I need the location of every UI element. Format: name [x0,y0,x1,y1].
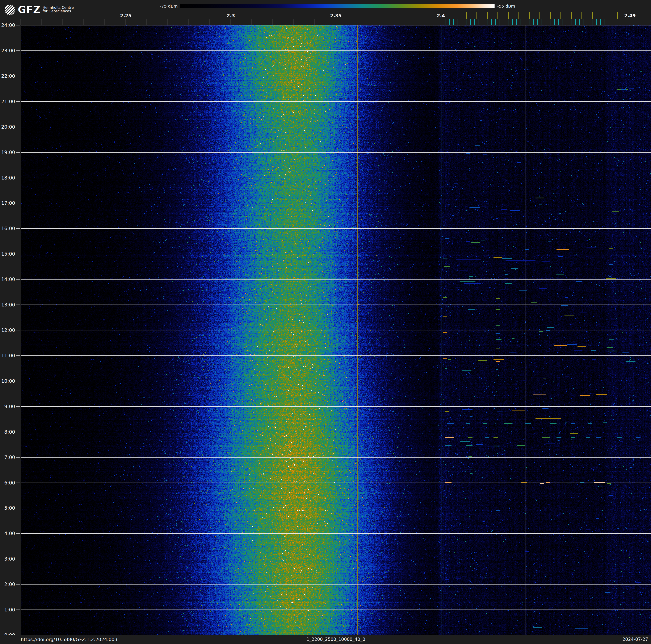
time-label: 2:00 [0,581,15,587]
freq-tick [84,19,84,25]
ble-channel-tick [462,19,462,25]
ble-channel-tick [470,19,471,25]
ble-channel-tick [588,19,588,25]
ble-channel-tick [529,19,529,25]
freq-tick [630,19,630,25]
hour-gridline [21,457,651,458]
ble-channel-tick [517,19,517,25]
freq-tick [126,19,126,25]
hour-tick [16,482,20,483]
hour-gridline [21,127,651,127]
ble-channel-tick [592,19,592,25]
time-label: 13:00 [0,302,15,308]
ble-channel-tick [567,19,567,25]
hour-gridline [21,279,651,280]
time-label: 22:00 [0,73,15,79]
time-label: 10:00 [0,378,15,384]
freq-tick [230,19,231,25]
hour-gridline [21,304,651,305]
logo: GFZ Helmholtz Centre for Geosciences [4,4,74,16]
hour-gridline [21,254,651,254]
hour-gridline [21,25,651,25]
freq-label: 2.35 [330,13,341,18]
hour-gridline [21,508,651,508]
wifi-channel-tick [592,12,593,19]
freq-tick [336,19,336,25]
ble-channel-tick [575,19,576,25]
freq-tick [41,19,42,25]
time-label: 6:00 [0,480,15,486]
time-label: 15:00 [0,251,15,257]
ble-channel-tick [508,19,508,25]
time-label: 19:00 [0,149,15,155]
hour-gridline [21,152,651,153]
wifi-channel-tick [508,12,508,19]
hour-gridline [21,76,651,76]
hour-tick [16,203,20,203]
freq-tick [357,19,357,25]
ble-channel-tick [537,19,538,25]
org-name-line2: for Geosciences [43,9,74,13]
time-label: 7:00 [0,455,15,460]
freq-tick [167,19,168,25]
ble-channel-tick [487,19,488,25]
freq-tick [441,19,441,25]
freq-tick [210,19,210,25]
hour-gridline [21,228,651,229]
hour-tick [16,381,20,381]
time-label: 20:00 [0,124,15,130]
hour-tick [16,533,20,534]
freq-tick [104,19,105,25]
ble-channel-tick [521,19,521,25]
freq-tick [315,19,315,25]
freq-label: 2.49 [624,13,636,18]
freq-tick [399,19,399,25]
ble-channel-tick [600,19,601,25]
wifi-channel-tick [550,12,551,19]
hour-tick [16,101,20,102]
hour-tick [16,355,20,356]
hour-tick [16,406,20,407]
ble-channel-tick [533,19,534,25]
ble-channel-tick [554,19,555,25]
hour-tick [16,51,20,51]
wifi-channel-tick [617,12,618,19]
wifi-channel-tick [571,12,571,19]
hour-tick [16,508,20,508]
hour-tick [16,584,20,585]
freq-tick [273,19,273,25]
freq-tick [420,19,420,25]
freq-tick [252,19,252,25]
time-label: 11:00 [0,353,15,358]
ble-channel-tick [558,19,559,25]
wifi-channel-tick [539,12,540,19]
freq-label: 2.3 [227,13,235,18]
time-label: 1:00 [0,607,15,613]
wifi-channel-tick [519,12,519,19]
time-label: 23:00 [0,48,15,54]
freq-tick [21,19,21,25]
ble-channel-tick [491,19,492,25]
time-label: 17:00 [0,200,15,206]
ble-channel-tick [579,19,580,25]
time-label: 9:00 [0,404,15,409]
hour-tick [16,457,20,458]
hour-tick [16,304,20,305]
ble-channel-tick [525,19,525,25]
wifi-channel-tick [466,12,467,19]
ble-channel-tick [483,19,483,25]
logo-wordmark: GFZ [18,4,40,15]
hour-tick [16,330,20,330]
time-label: 5:00 [0,505,15,511]
freq-tick [293,19,294,25]
time-label: 16:00 [0,226,15,231]
time-label: 12:00 [0,327,15,333]
ble-channel-tick [604,19,605,25]
ble-channel-tick [546,19,546,25]
org-name: Helmholtz Centre for Geosciences [43,4,74,13]
time-label: 3:00 [0,556,15,562]
wifi-channel-tick [497,12,498,19]
ble-channel-tick [474,19,475,25]
time-label: 4:00 [0,530,15,536]
ble-channel-tick [541,19,542,25]
